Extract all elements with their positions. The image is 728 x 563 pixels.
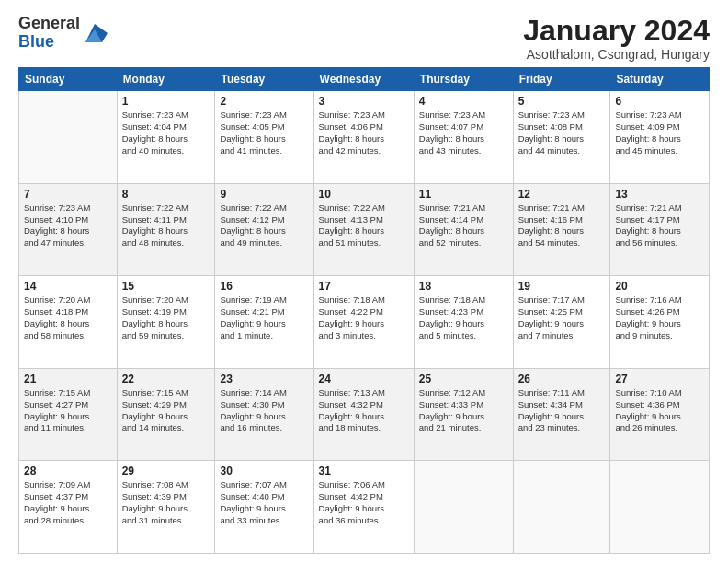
calendar-header-sunday: Sunday: [19, 68, 118, 91]
day-info: Sunrise: 7:23 AM Sunset: 4:09 PM Dayligh…: [615, 109, 704, 156]
day-number: 19: [518, 280, 606, 293]
day-info: Sunrise: 7:23 AM Sunset: 4:06 PM Dayligh…: [319, 109, 409, 156]
day-number: 10: [319, 188, 409, 201]
calendar-cell: [414, 461, 513, 554]
calendar-cell: 19Sunrise: 7:17 AM Sunset: 4:25 PM Dayli…: [513, 276, 610, 369]
day-info: Sunrise: 7:15 AM Sunset: 4:29 PM Dayligh…: [122, 387, 210, 434]
calendar-cell: 5Sunrise: 7:23 AM Sunset: 4:08 PM Daylig…: [513, 91, 610, 184]
calendar-cell: [19, 91, 118, 184]
calendar-cell: 15Sunrise: 7:20 AM Sunset: 4:19 PM Dayli…: [117, 276, 215, 369]
calendar-cell: 29Sunrise: 7:08 AM Sunset: 4:39 PM Dayli…: [117, 461, 215, 554]
day-number: 9: [220, 188, 308, 201]
calendar-cell: 4Sunrise: 7:23 AM Sunset: 4:07 PM Daylig…: [414, 91, 513, 184]
day-info: Sunrise: 7:20 AM Sunset: 4:19 PM Dayligh…: [122, 294, 210, 341]
day-info: Sunrise: 7:23 AM Sunset: 4:10 PM Dayligh…: [24, 202, 112, 249]
day-info: Sunrise: 7:22 AM Sunset: 4:12 PM Dayligh…: [220, 202, 308, 249]
day-info: Sunrise: 7:07 AM Sunset: 4:40 PM Dayligh…: [220, 479, 308, 526]
day-number: 15: [122, 280, 210, 293]
day-info: Sunrise: 7:23 AM Sunset: 4:08 PM Dayligh…: [518, 109, 606, 156]
page: General Blue January 2024 Asotthalom, Cs…: [0, 0, 728, 563]
day-number: 24: [319, 373, 409, 385]
calendar-header-friday: Friday: [513, 68, 610, 91]
calendar-week-3: 14Sunrise: 7:20 AM Sunset: 4:18 PM Dayli…: [19, 276, 710, 369]
day-number: 16: [220, 280, 308, 293]
day-number: 1: [122, 95, 210, 108]
calendar-cell: [513, 461, 610, 554]
calendar-header-tuesday: Tuesday: [215, 68, 313, 91]
logo-icon: [82, 20, 108, 46]
calendar-week-2: 7Sunrise: 7:23 AM Sunset: 4:10 PM Daylig…: [19, 183, 710, 276]
calendar-cell: 28Sunrise: 7:09 AM Sunset: 4:37 PM Dayli…: [19, 461, 118, 554]
calendar-cell: 17Sunrise: 7:18 AM Sunset: 4:22 PM Dayli…: [313, 276, 414, 369]
day-number: 7: [24, 188, 112, 201]
calendar-cell: 2Sunrise: 7:23 AM Sunset: 4:05 PM Daylig…: [215, 91, 313, 184]
day-info: Sunrise: 7:06 AM Sunset: 4:42 PM Dayligh…: [319, 479, 409, 526]
day-number: 6: [615, 95, 704, 108]
day-info: Sunrise: 7:21 AM Sunset: 4:17 PM Dayligh…: [615, 202, 704, 249]
logo-blue: Blue: [18, 32, 54, 51]
day-number: 23: [220, 373, 308, 385]
day-number: 12: [518, 188, 606, 201]
calendar-cell: 23Sunrise: 7:14 AM Sunset: 4:30 PM Dayli…: [215, 368, 313, 461]
calendar-header-thursday: Thursday: [414, 68, 513, 91]
day-info: Sunrise: 7:23 AM Sunset: 4:04 PM Dayligh…: [122, 109, 210, 156]
day-number: 26: [518, 373, 606, 385]
month-title: January 2024: [523, 15, 710, 47]
day-number: 13: [615, 188, 704, 201]
day-number: 8: [122, 188, 210, 201]
calendar-cell: 1Sunrise: 7:23 AM Sunset: 4:04 PM Daylig…: [117, 91, 215, 184]
day-info: Sunrise: 7:18 AM Sunset: 4:22 PM Dayligh…: [319, 294, 409, 341]
day-info: Sunrise: 7:15 AM Sunset: 4:27 PM Dayligh…: [24, 387, 112, 434]
day-info: Sunrise: 7:13 AM Sunset: 4:32 PM Dayligh…: [319, 387, 409, 434]
day-info: Sunrise: 7:22 AM Sunset: 4:13 PM Dayligh…: [319, 202, 409, 249]
calendar-cell: 6Sunrise: 7:23 AM Sunset: 4:09 PM Daylig…: [610, 91, 710, 184]
calendar-cell: 16Sunrise: 7:19 AM Sunset: 4:21 PM Dayli…: [215, 276, 313, 369]
calendar-cell: 30Sunrise: 7:07 AM Sunset: 4:40 PM Dayli…: [215, 461, 313, 554]
calendar-cell: 10Sunrise: 7:22 AM Sunset: 4:13 PM Dayli…: [313, 183, 414, 276]
day-info: Sunrise: 7:17 AM Sunset: 4:25 PM Dayligh…: [518, 294, 606, 341]
calendar-cell: [610, 461, 710, 554]
day-number: 14: [24, 280, 112, 293]
day-info: Sunrise: 7:08 AM Sunset: 4:39 PM Dayligh…: [122, 479, 210, 526]
day-info: Sunrise: 7:14 AM Sunset: 4:30 PM Dayligh…: [220, 387, 308, 434]
calendar-cell: 11Sunrise: 7:21 AM Sunset: 4:14 PM Dayli…: [414, 183, 513, 276]
day-number: 25: [419, 373, 508, 385]
day-number: 20: [615, 280, 704, 293]
calendar-cell: 31Sunrise: 7:06 AM Sunset: 4:42 PM Dayli…: [313, 461, 414, 554]
calendar-header-monday: Monday: [117, 68, 215, 91]
day-number: 5: [518, 95, 606, 108]
calendar-cell: 18Sunrise: 7:18 AM Sunset: 4:23 PM Dayli…: [414, 276, 513, 369]
day-number: 22: [122, 373, 210, 385]
calendar-cell: 25Sunrise: 7:12 AM Sunset: 4:33 PM Dayli…: [414, 368, 513, 461]
day-info: Sunrise: 7:10 AM Sunset: 4:36 PM Dayligh…: [615, 387, 704, 434]
day-info: Sunrise: 7:23 AM Sunset: 4:07 PM Dayligh…: [419, 109, 508, 156]
calendar-cell: 14Sunrise: 7:20 AM Sunset: 4:18 PM Dayli…: [19, 276, 118, 369]
calendar-cell: 21Sunrise: 7:15 AM Sunset: 4:27 PM Dayli…: [19, 368, 118, 461]
calendar-cell: 26Sunrise: 7:11 AM Sunset: 4:34 PM Dayli…: [513, 368, 610, 461]
calendar-cell: 7Sunrise: 7:23 AM Sunset: 4:10 PM Daylig…: [19, 183, 118, 276]
day-number: 27: [615, 373, 704, 385]
day-info: Sunrise: 7:22 AM Sunset: 4:11 PM Dayligh…: [122, 202, 210, 249]
day-number: 17: [319, 280, 409, 293]
calendar-cell: 24Sunrise: 7:13 AM Sunset: 4:32 PM Dayli…: [313, 368, 414, 461]
calendar-header-saturday: Saturday: [610, 68, 710, 91]
calendar-cell: 27Sunrise: 7:10 AM Sunset: 4:36 PM Dayli…: [610, 368, 710, 461]
day-number: 11: [419, 188, 508, 201]
day-number: 3: [319, 95, 409, 108]
logo: General Blue: [18, 15, 108, 52]
calendar-header-row: SundayMondayTuesdayWednesdayThursdayFrid…: [19, 68, 710, 91]
day-info: Sunrise: 7:09 AM Sunset: 4:37 PM Dayligh…: [24, 479, 112, 526]
day-info: Sunrise: 7:16 AM Sunset: 4:26 PM Dayligh…: [615, 294, 704, 341]
day-number: 18: [419, 280, 508, 293]
day-info: Sunrise: 7:19 AM Sunset: 4:21 PM Dayligh…: [220, 294, 308, 341]
day-number: 28: [24, 465, 112, 477]
calendar-cell: 22Sunrise: 7:15 AM Sunset: 4:29 PM Dayli…: [117, 368, 215, 461]
calendar-cell: 8Sunrise: 7:22 AM Sunset: 4:11 PM Daylig…: [117, 183, 215, 276]
calendar-cell: 9Sunrise: 7:22 AM Sunset: 4:12 PM Daylig…: [215, 183, 313, 276]
day-info: Sunrise: 7:21 AM Sunset: 4:16 PM Dayligh…: [518, 202, 606, 249]
day-info: Sunrise: 7:12 AM Sunset: 4:33 PM Dayligh…: [419, 387, 508, 434]
day-info: Sunrise: 7:21 AM Sunset: 4:14 PM Dayligh…: [419, 202, 508, 249]
day-info: Sunrise: 7:23 AM Sunset: 4:05 PM Dayligh…: [220, 109, 308, 156]
calendar-header-wednesday: Wednesday: [313, 68, 414, 91]
day-number: 29: [122, 465, 210, 477]
